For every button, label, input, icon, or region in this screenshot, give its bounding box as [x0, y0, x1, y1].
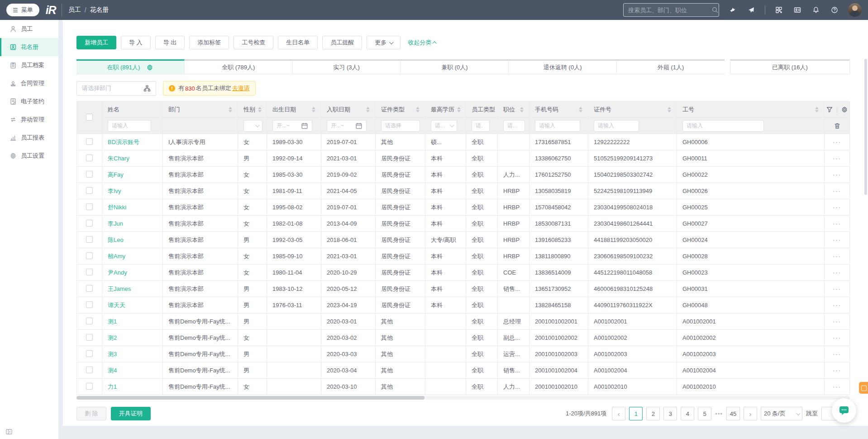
page-button-2[interactable]: 2 — [646, 407, 660, 420]
contact-card-icon[interactable] — [792, 5, 802, 15]
column-header-证件号[interactable]: 证件号 — [588, 101, 677, 118]
employee-name-link[interactable]: 王James — [108, 285, 131, 292]
row-more-actions-button[interactable]: ··· — [825, 236, 849, 243]
notification-bell-icon[interactable] — [811, 5, 821, 15]
row-more-actions-button[interactable]: ··· — [825, 269, 849, 276]
filter-daterange[interactable]: 开...~ — [272, 120, 312, 132]
global-search[interactable] — [623, 3, 719, 17]
row-checkbox[interactable] — [86, 383, 93, 390]
column-header-姓名[interactable]: 姓名 — [102, 101, 163, 118]
sort-carets-icon[interactable] — [579, 107, 582, 112]
row-more-actions-button[interactable]: ··· — [825, 383, 849, 390]
row-checkbox[interactable] — [86, 203, 93, 210]
toolbar-button[interactable]: 员工提醒 — [322, 36, 362, 49]
employee-name-link[interactable]: 测2 — [108, 334, 117, 341]
page-size-select[interactable]: 20 条/页 — [761, 407, 802, 420]
row-more-actions-button[interactable]: ··· — [825, 139, 849, 145]
collapse-categories-link[interactable]: 收起分类 — [408, 39, 437, 47]
sidebar-item-员工档案[interactable]: 员工档案 — [0, 56, 58, 74]
clear-filters-trash-icon[interactable] — [834, 122, 841, 130]
sidebar-collapse-icon[interactable] — [5, 428, 13, 435]
employee-name-link[interactable]: 力1 — [108, 383, 117, 390]
page-button-45[interactable]: 45 — [726, 407, 740, 420]
tab-兼职 (0人)[interactable]: 兼职 (0人) — [401, 59, 509, 74]
employee-name-link[interactable]: 测1 — [108, 318, 117, 325]
row-more-actions-button[interactable]: ··· — [825, 334, 849, 341]
qr-code-icon[interactable] — [774, 5, 784, 15]
filter-input[interactable]: 请输入 — [682, 120, 764, 132]
sort-carets-icon[interactable] — [229, 107, 232, 112]
row-checkbox[interactable] — [86, 301, 93, 308]
row-more-actions-button[interactable]: ··· — [825, 302, 849, 309]
column-header-员工类型[interactable]: 员工类型 — [466, 101, 498, 118]
employee-name-link[interactable]: 测4 — [108, 367, 117, 374]
employee-name-link[interactable]: 高Fay — [108, 171, 124, 178]
user-avatar[interactable] — [848, 3, 862, 17]
row-checkbox[interactable] — [86, 171, 93, 178]
side-panel-tag[interactable] — [859, 382, 868, 394]
sort-carets-icon[interactable] — [457, 107, 461, 112]
sidebar-item-异动管理[interactable]: 异动管理 — [0, 111, 58, 129]
sort-carets-icon[interactable] — [366, 107, 370, 112]
column-header-性别[interactable]: 性别 — [238, 101, 267, 118]
row-checkbox[interactable] — [86, 285, 93, 292]
search-input[interactable] — [628, 7, 708, 14]
employee-name-link[interactable]: 谭天天 — [108, 302, 125, 309]
sidebar-item-花名册[interactable]: 花名册 — [0, 38, 58, 56]
row-checkbox[interactable] — [86, 138, 93, 145]
paper-plane-icon[interactable] — [746, 5, 756, 15]
toolbar-button[interactable]: 导 出 — [155, 36, 185, 49]
column-header-工号[interactable]: 工号 — [677, 101, 825, 118]
sort-carets-icon[interactable] — [312, 107, 315, 112]
filter-input[interactable]: 请输入 — [594, 120, 639, 132]
filter-input[interactable]: 请... — [503, 120, 525, 132]
sidebar-item-电子签约[interactable]: 电子签约 — [0, 92, 58, 111]
sidebar-item-员工[interactable]: 员工 — [0, 20, 58, 38]
row-checkbox[interactable] — [86, 367, 93, 373]
sidebar-item-合同管理[interactable]: 合同管理 — [0, 74, 58, 92]
row-more-actions-button[interactable]: ··· — [825, 285, 849, 292]
row-more-actions-button[interactable]: ··· — [825, 253, 849, 260]
sidebar-item-员工设置[interactable]: 员工设置 — [0, 147, 58, 165]
select-all-checkbox[interactable] — [86, 114, 93, 121]
bird-icon[interactable] — [728, 5, 738, 15]
tab-在职 (891人)[interactable]: 在职 (891人) — [76, 59, 185, 74]
next-page-button[interactable]: › — [744, 407, 757, 420]
filter-daterange[interactable]: 开...~ — [327, 120, 367, 132]
invite-link[interactable]: 去邀请 — [232, 84, 250, 92]
row-more-actions-button[interactable]: ··· — [825, 188, 849, 194]
employee-name-link[interactable]: 测3 — [108, 351, 117, 357]
employee-name-link[interactable]: 雒Amy — [108, 253, 125, 260]
column-header-证件类型[interactable]: 证件类型 — [376, 101, 425, 118]
row-more-actions-button[interactable]: ··· — [825, 318, 849, 325]
row-checkbox[interactable] — [86, 252, 93, 259]
employee-name-link[interactable]: 尹Andy — [108, 269, 127, 276]
add-employee-button[interactable]: 新增员工 — [76, 36, 116, 49]
tab-全职 (789人)[interactable]: 全职 (789人) — [185, 59, 293, 74]
row-checkbox[interactable] — [86, 236, 93, 243]
row-checkbox[interactable] — [86, 269, 93, 275]
employee-name-link[interactable]: 李Jun — [108, 220, 123, 227]
employee-name-link[interactable]: 陈Leo — [108, 236, 124, 243]
tab-退休返聘 (0人)[interactable]: 退休返聘 (0人) — [509, 59, 617, 74]
tab-实习 (3人)[interactable]: 实习 (3人) — [293, 59, 401, 74]
sort-carets-icon[interactable] — [815, 107, 819, 112]
toolbar-button[interactable]: 添加标签 — [189, 36, 229, 49]
row-more-actions-button[interactable]: ··· — [825, 171, 849, 178]
column-header-手机号码[interactable]: 手机号码 — [529, 101, 588, 118]
pagination-ellipsis[interactable]: ••• — [715, 410, 723, 417]
row-more-actions-button[interactable]: ··· — [825, 367, 849, 374]
row-checkbox[interactable] — [86, 154, 93, 161]
prev-page-button[interactable]: ‹ — [612, 407, 625, 420]
column-header-部门[interactable]: 部门 — [163, 101, 238, 118]
sort-carets-icon[interactable] — [258, 107, 262, 112]
tab-外籍 (1人)[interactable]: 外籍 (1人) — [617, 59, 725, 74]
page-button-1[interactable]: 1 — [629, 407, 643, 420]
row-checkbox[interactable] — [86, 187, 93, 194]
help-icon[interactable] — [830, 5, 839, 15]
row-more-actions-button[interactable]: ··· — [825, 155, 849, 162]
toolbar-button[interactable]: 工号检查 — [234, 36, 273, 49]
row-checkbox[interactable] — [86, 220, 93, 227]
horizontal-scrollbar[interactable] — [76, 396, 850, 400]
page-button-5[interactable]: 5 — [698, 407, 711, 420]
